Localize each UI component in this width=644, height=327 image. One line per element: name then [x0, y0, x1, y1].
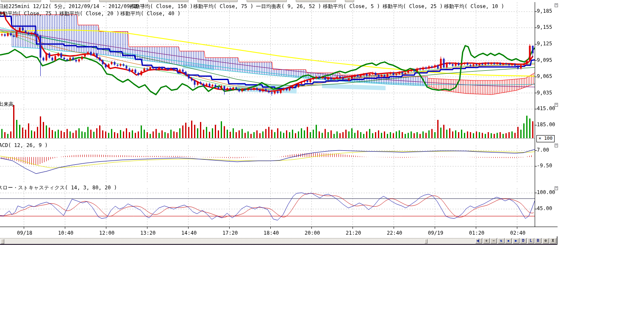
stoch-axis-label: 100.00 — [537, 190, 555, 195]
legend-item: 移動平均( Close, 75 ) — [0, 11, 58, 17]
pane-resize-handle-icon[interactable] — [555, 144, 558, 147]
time-axis-label: 21:20 — [346, 230, 361, 236]
zoom-slider-thumb[interactable] — [425, 239, 427, 244]
legend-item: 移動平均( Close, 40 ) — [120, 11, 180, 17]
chart-tool-button[interactable]: ＋ — [483, 238, 490, 244]
chart-tool-button[interactable]: ▶ — [513, 238, 519, 244]
time-axis-label: 02:40 — [510, 230, 525, 236]
toolbar-button-bottom[interactable] — [148, 0, 189, 2]
window-bottom-edge — [0, 244, 558, 245]
price-axis-label: 9,125 — [537, 41, 552, 47]
chart-application-window: 日経225mini 12/12( 5分, 2012/09/14 - 2012/0… — [0, 0, 644, 327]
legend-item: 移動平均( Close, 25 ) — [383, 4, 443, 9]
chart-tool-button[interactable]: X — [550, 238, 556, 244]
legend-item: 一目均衡表( 9, 26, 52 ) — [256, 4, 321, 9]
time-axis-label: 13:20 — [140, 230, 155, 236]
chart-tool-button[interactable]: ⇅ — [498, 238, 505, 244]
legend-item: 日経225mini 12/12( 5分, 2012/09/14 - 2012/0… — [0, 4, 145, 9]
macd-pane-label: MACD( 12, 26, 9 ) — [0, 143, 48, 148]
chart-tool-button[interactable]: ⊕ — [542, 238, 549, 244]
time-axis-label: 22:40 — [387, 230, 402, 236]
toolbar-button-bottom[interactable] — [345, 0, 354, 2]
window-right-edge — [557, 236, 558, 245]
legend-item: 移動平均( Close, 75 ) — [193, 4, 253, 9]
time-axis-label: 18:40 — [264, 230, 279, 236]
price-axis-label: 9,065 — [537, 74, 552, 79]
scrollbar-thumb[interactable] — [1, 239, 4, 244]
legend-item: 移動平均( Close, 20 ) — [59, 11, 119, 17]
horizontal-scrollbar[interactable]: ► — [0, 238, 558, 244]
toolbar-button-bottom[interactable] — [247, 0, 287, 2]
time-axis-label: 09/19 — [428, 230, 443, 236]
stochastics-pane-label: スロー・ストキャスティクス( 14, 3, 80, 20 ) — [0, 185, 117, 191]
legend-item: 移動平均( Close, 10 ) — [444, 4, 504, 9]
time-axis-label: 10:40 — [58, 230, 73, 236]
time-axis-label: 12:00 — [99, 230, 114, 236]
time-axis-label: 09/18 — [17, 230, 32, 236]
price-axis-label: 9,155 — [537, 25, 552, 30]
stoch-axis-label: 45.00 — [537, 206, 552, 211]
macd-axis-label: 7.00 — [537, 147, 549, 153]
chart-tool-button[interactable]: L — [527, 238, 534, 244]
toolbar-button-bottom[interactable] — [50, 0, 90, 2]
price-axis-label: 9,095 — [537, 58, 552, 63]
chart-tool-button[interactable]: B — [535, 238, 541, 244]
volume-axis-label: 185.00 — [537, 122, 555, 127]
chart-tool-button[interactable]: D — [520, 238, 527, 244]
chart-tool-button[interactable]: ◀▏ — [475, 238, 482, 244]
chart-tool-button[interactable]: － — [490, 238, 497, 244]
volume-unit-multiplier-badge: × 100 — [536, 135, 555, 142]
legend-item: 移動平均( Close, 150 ) — [130, 4, 193, 9]
chart-tool-button[interactable]: ▪ — [505, 238, 512, 244]
time-axis-label: 14:40 — [181, 230, 197, 236]
time-axis-label: 20:00 — [305, 230, 320, 236]
toolbar-button-bottom[interactable] — [99, 0, 139, 2]
volume-pane-label: 出来高 — [0, 102, 14, 107]
volume-axis-label: 415.00 — [537, 106, 555, 111]
pane-resize-handle-icon[interactable] — [555, 103, 558, 107]
macd-axis-label: -9.50 — [537, 163, 552, 169]
toolbar-button-bottom[interactable] — [1, 0, 41, 2]
toolbar-button-bottom[interactable] — [197, 0, 238, 2]
time-axis-label: 01:20 — [469, 230, 484, 236]
pane-resize-handle-icon[interactable] — [555, 186, 558, 190]
pane-resize-handle-icon[interactable] — [555, 3, 558, 7]
price-axis-label: 9,185 — [537, 8, 552, 14]
legend-item: 移動平均( Close, 5 ) — [323, 4, 380, 9]
time-axis-label: 17:20 — [222, 230, 238, 236]
price-axis-label: 9,035 — [537, 90, 552, 96]
toolbar-button-bottom[interactable] — [296, 0, 336, 2]
